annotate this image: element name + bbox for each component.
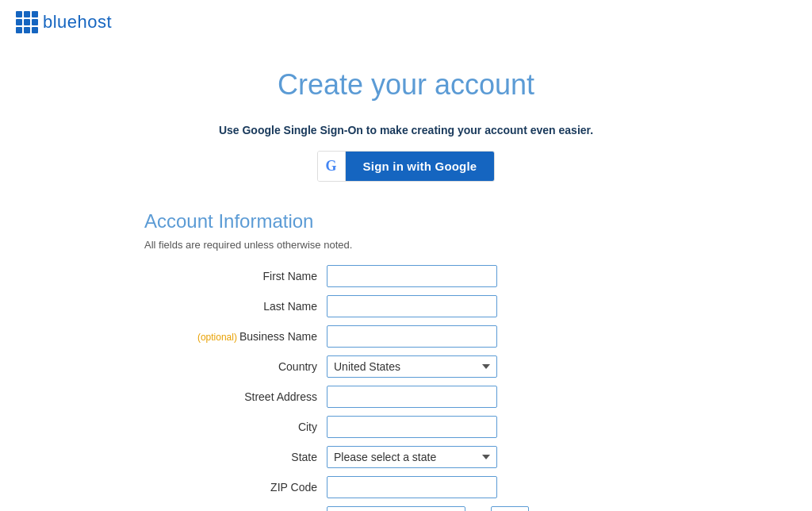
state-label: State xyxy=(144,451,327,463)
country-row: Country United States Canada United King… xyxy=(144,355,668,378)
google-g-icon: G xyxy=(326,158,337,175)
first-name-label: First Name xyxy=(144,270,327,282)
city-input[interactable] xyxy=(327,416,497,438)
city-label: City xyxy=(144,421,327,433)
country-select[interactable]: United States Canada United Kingdom xyxy=(327,355,497,378)
phone-number-row: Phone Number Ext xyxy=(144,506,668,511)
required-note: All fields are required unless otherwise… xyxy=(144,239,668,251)
country-label: Country xyxy=(144,360,327,373)
google-icon-box: G xyxy=(318,152,346,181)
last-name-input[interactable] xyxy=(327,295,497,317)
zip-code-input[interactable] xyxy=(327,476,497,498)
business-name-input[interactable] xyxy=(327,325,497,348)
zip-code-row: ZIP Code xyxy=(144,476,668,498)
phone-input-group: Ext xyxy=(327,506,529,511)
zip-code-label: ZIP Code xyxy=(144,481,327,494)
city-row: City xyxy=(144,416,668,438)
street-address-row: Street Address xyxy=(144,386,668,408)
business-name-row: (optional)Business Name xyxy=(144,325,668,348)
account-section-title: Account Information xyxy=(144,210,668,232)
phone-input[interactable] xyxy=(327,506,465,511)
last-name-label: Last Name xyxy=(144,300,327,313)
sso-section: Use Google Single Sign-On to make creati… xyxy=(144,124,668,182)
google-button-label: Sign in with Google xyxy=(346,152,495,181)
optional-tag: (optional) xyxy=(197,332,237,343)
page-header: bluehost xyxy=(0,0,812,44)
street-address-input[interactable] xyxy=(327,386,497,408)
state-row: State Please select a state Alabama Cali… xyxy=(144,446,668,468)
logo-text: bluehost xyxy=(43,12,112,33)
ext-input[interactable] xyxy=(491,506,529,511)
first-name-input[interactable] xyxy=(327,265,497,287)
main-content: Create your account Use Google Single Si… xyxy=(128,44,684,511)
last-name-row: Last Name xyxy=(144,295,668,317)
logo-grid-icon xyxy=(16,11,38,33)
logo: bluehost xyxy=(16,11,112,33)
state-select[interactable]: Please select a state Alabama California… xyxy=(327,446,497,468)
business-name-label: (optional)Business Name xyxy=(144,330,327,343)
sso-description: Use Google Single Sign-On to make creati… xyxy=(144,124,668,136)
account-information-section: Account Information All fields are requi… xyxy=(144,210,668,511)
first-name-row: First Name xyxy=(144,265,668,287)
street-address-label: Street Address xyxy=(144,390,327,403)
page-title: Create your account xyxy=(144,68,668,102)
sign-in-with-google-button[interactable]: G Sign in with Google xyxy=(317,151,496,182)
